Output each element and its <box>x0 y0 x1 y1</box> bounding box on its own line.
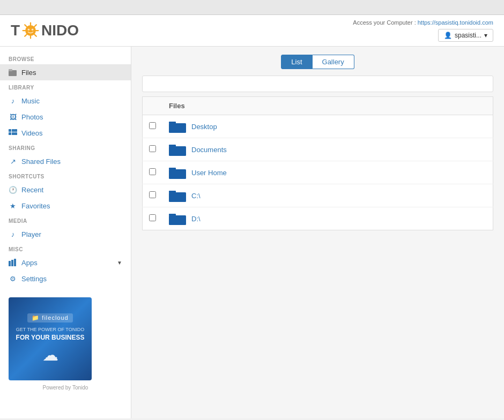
shared-files-icon: ↗ <box>9 157 17 166</box>
sidebar-item-player[interactable]: ♪ Player <box>0 226 131 242</box>
player-icon: ♪ <box>9 230 17 238</box>
svg-rect-21 <box>14 259 16 266</box>
row-checkbox-cell <box>143 138 163 161</box>
row-file-cell: C:\ <box>162 184 493 207</box>
music-icon: ♪ <box>9 96 17 105</box>
file-name[interactable]: D:\ <box>191 215 201 223</box>
svg-rect-20 <box>11 260 13 266</box>
logo-nido: NIDO <box>41 22 79 39</box>
logo-t: T <box>11 22 20 39</box>
sidebar-item-recent[interactable]: 🕐 Recent <box>0 182 131 198</box>
user-name: spasisti... <box>455 32 481 39</box>
row-checkbox[interactable] <box>149 191 156 198</box>
favorites-icon: ★ <box>9 201 17 210</box>
folder-icon <box>169 166 186 179</box>
file-table: Files DesktopDocumentsUser HomeC:\D:\ <box>142 96 493 230</box>
files-icon <box>9 68 17 77</box>
table-row: User Home <box>143 161 493 184</box>
row-file-cell: D:\ <box>162 207 493 230</box>
ad-box[interactable]: 📁 filecloud GET THE POWER OF TONIDO FOR … <box>9 297 92 380</box>
access-link[interactable]: https://spasistiq.tonidoid.com <box>418 19 493 26</box>
ad-tagline: GET THE POWER OF TONIDO <box>16 327 84 332</box>
svg-rect-19 <box>9 261 11 266</box>
user-menu-button[interactable]: 👤 spasisti... ▾ <box>438 29 493 42</box>
sidebar-item-favorites[interactable]: ★ Favorites <box>0 198 131 214</box>
sidebar-photos-label: Photos <box>21 113 43 121</box>
browse-section-label: BROWSE <box>0 52 131 64</box>
sidebar-item-settings[interactable]: ⚙ Settings <box>0 271 131 287</box>
table-row: Documents <box>143 138 493 161</box>
media-section-label: MEDIA <box>0 214 131 226</box>
search-input[interactable] <box>142 76 493 92</box>
file-name[interactable]: Documents <box>191 146 227 154</box>
photos-icon: 🖼 <box>9 112 17 121</box>
misc-section-label: MISC <box>0 242 131 254</box>
table-row: D:\ <box>143 207 493 230</box>
svg-rect-17 <box>12 132 14 135</box>
sidebar-music-label: Music <box>21 97 40 105</box>
content-area: List Gallery Files DesktopDocumentsUser … <box>131 47 504 418</box>
sidebar-item-shared-files[interactable]: ↗ Shared Files <box>0 153 131 169</box>
row-file-cell: User Home <box>162 161 493 184</box>
row-checkbox-cell <box>143 207 163 230</box>
access-url: Access your Computer : https://spasistiq… <box>353 19 493 26</box>
svg-point-9 <box>28 28 30 31</box>
svg-line-5 <box>25 25 27 27</box>
sidebar-item-videos[interactable]: Videos <box>0 125 131 141</box>
sidebar: BROWSE Files LIBRARY ♪ Music 🖼 Photos <box>0 47 131 418</box>
table-header-row: Files <box>143 97 493 115</box>
apps-icon <box>9 258 17 267</box>
main-layout: BROWSE Files LIBRARY ♪ Music 🖼 Photos <box>0 47 504 418</box>
top-bar <box>0 0 504 15</box>
folder-icon <box>169 189 186 202</box>
settings-icon: ⚙ <box>9 274 17 283</box>
sidebar-shared-files-label: Shared Files <box>21 158 61 166</box>
recent-icon: 🕐 <box>9 185 17 194</box>
row-checkbox[interactable] <box>149 214 156 221</box>
file-name[interactable]: C:\ <box>191 192 201 200</box>
shortcuts-section-label: SHORTCUTS <box>0 169 131 182</box>
sidebar-settings-label: Settings <box>21 275 47 283</box>
svg-rect-29 <box>169 192 186 202</box>
user-dropdown-icon: ▾ <box>484 32 487 39</box>
sidebar-item-photos[interactable]: 🖼 Photos <box>0 109 131 125</box>
svg-line-6 <box>34 34 36 36</box>
svg-rect-31 <box>169 215 186 225</box>
folder-icon <box>169 212 186 226</box>
svg-line-7 <box>34 25 36 27</box>
sharing-section-label: SHARING <box>0 141 131 153</box>
sidebar-item-apps[interactable]: Apps ▼ <box>0 254 131 271</box>
videos-icon <box>9 129 17 137</box>
ad-logo: 📁 filecloud <box>27 313 72 322</box>
powered-by: Powered by Tonido <box>9 385 122 391</box>
ad-main: FOR YOUR BUSINESS <box>16 334 85 341</box>
row-checkbox-cell <box>143 161 163 184</box>
files-column-header: Files <box>162 97 493 115</box>
file-name[interactable]: Desktop <box>191 123 217 131</box>
sidebar-item-files[interactable]: Files <box>0 64 131 80</box>
ad-banner[interactable]: 📁 filecloud GET THE POWER OF TONIDO FOR … <box>0 292 131 396</box>
svg-point-10 <box>32 28 34 31</box>
sidebar-item-music[interactable]: ♪ Music <box>0 93 131 109</box>
checkbox-header <box>143 97 163 115</box>
sidebar-apps-label: Apps <box>21 259 38 267</box>
sidebar-files-label: Files <box>21 69 36 77</box>
gallery-view-button[interactable]: Gallery <box>313 55 354 69</box>
file-name[interactable]: User Home <box>191 169 227 177</box>
svg-rect-25 <box>169 146 186 156</box>
svg-rect-23 <box>169 123 186 133</box>
row-checkbox[interactable] <box>149 145 156 152</box>
list-view-button[interactable]: List <box>281 55 312 69</box>
svg-rect-14 <box>12 129 14 132</box>
svg-rect-18 <box>14 132 17 135</box>
library-section-label: LIBRARY <box>0 80 131 93</box>
sidebar-favorites-label: Favorites <box>21 202 50 210</box>
row-checkbox[interactable] <box>149 122 156 129</box>
sidebar-recent-label: Recent <box>21 186 43 194</box>
svg-rect-27 <box>169 169 186 179</box>
row-checkbox-cell <box>143 184 163 207</box>
header: T NIDO Access your Computer : https://sp… <box>0 15 504 47</box>
table-row: Desktop <box>143 115 493 138</box>
apps-chevron-icon: ▼ <box>117 260 122 266</box>
row-checkbox[interactable] <box>149 168 156 175</box>
